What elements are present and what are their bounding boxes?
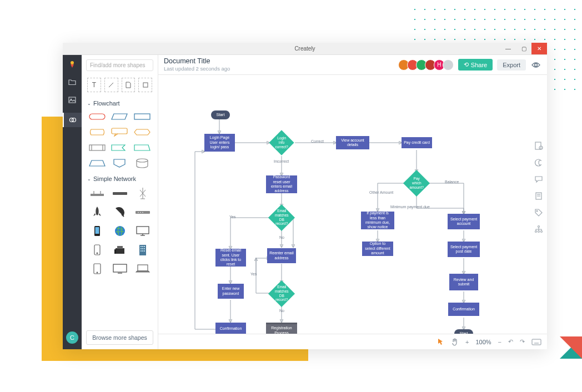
page-tool[interactable]	[122, 78, 136, 92]
net-monitor-icon[interactable]	[133, 223, 152, 239]
node-view-account[interactable]: View account details	[336, 136, 369, 149]
node-select-date[interactable]: Select payment post date	[448, 242, 480, 257]
net-tower-icon[interactable]	[133, 185, 152, 201]
shapes-panel: Find/add more shapes T ⌄Flowchart	[82, 55, 158, 349]
shape-rect[interactable]	[133, 111, 151, 122]
export-button[interactable]: Export	[497, 59, 526, 71]
folder-icon[interactable]	[67, 77, 77, 87]
net-desktop-icon[interactable]	[110, 261, 129, 277]
net-switch-icon[interactable]	[110, 185, 129, 201]
shapes-icon[interactable]	[63, 113, 82, 127]
shape-callout[interactable]	[111, 127, 128, 138]
share-icon: ⟲	[464, 61, 469, 68]
node-if-less[interactable]: If payment is less than minimum due, sho…	[361, 212, 394, 229]
net-laptop-icon[interactable]	[133, 261, 152, 277]
zoom-level[interactable]: 100%	[475, 339, 491, 345]
svg-rect-35	[141, 246, 142, 247]
zoom-in-button[interactable]: +	[465, 339, 469, 345]
shape-terminator[interactable]	[88, 111, 106, 122]
shape-flag[interactable]	[111, 142, 128, 153]
net-phone-icon[interactable]	[87, 223, 107, 239]
node-email-matches[interactable]: Email matches DB record?	[268, 204, 295, 231]
node-enter-pwd[interactable]: Enter new password	[218, 284, 244, 299]
svg-rect-40	[144, 248, 145, 249]
net-tablet-icon[interactable]	[87, 261, 107, 277]
shape-display[interactable]	[88, 127, 106, 138]
logo-icon[interactable]	[67, 59, 77, 69]
node-option-select[interactable]: Option to select different amount	[362, 242, 393, 256]
document-title[interactable]: Document Title	[164, 57, 230, 66]
node-email-matches2[interactable]: Email matches DB record?	[268, 280, 295, 307]
text-tool[interactable]: T	[87, 78, 101, 92]
node-confirmation[interactable]: Confirmation	[215, 323, 246, 335]
net-rocket-icon[interactable]	[87, 204, 107, 220]
shape-subroutine[interactable]	[88, 142, 106, 153]
node-select-acct[interactable]: Select payment account	[448, 214, 480, 229]
net-router-icon[interactable]	[87, 185, 107, 201]
close-button[interactable]: ✕	[531, 43, 547, 54]
browse-shapes-button[interactable]: Browse more shapes	[86, 330, 153, 345]
label-yes2: Yes	[250, 272, 257, 276]
collaborator-avatars[interactable]: H	[400, 59, 454, 71]
image-icon[interactable]	[67, 95, 77, 105]
svg-point-74	[536, 210, 538, 212]
undo-button[interactable]: ↶	[508, 338, 513, 345]
flowchart-section-header[interactable]: ⌄Flowchart	[82, 97, 158, 108]
right-rail	[530, 75, 547, 334]
node-reenter-email[interactable]: Reenter email address	[267, 248, 296, 263]
comment-icon[interactable]	[534, 175, 543, 184]
node-reset-sent[interactable]: Reset email sent. User clicks link to re…	[215, 249, 246, 267]
settings-icon[interactable]	[534, 142, 543, 150]
svg-rect-46	[113, 264, 127, 272]
net-fax-icon[interactable]	[110, 242, 129, 258]
shape-hex[interactable]	[133, 127, 151, 138]
svg-point-45	[97, 272, 98, 273]
theme-icon[interactable]	[534, 158, 543, 167]
svg-point-25	[115, 226, 125, 236]
node-login-page[interactable]: Login Page User enters login/ pass	[204, 134, 235, 152]
svg-rect-48	[138, 265, 148, 271]
node-pay-which[interactable]: Pay which amount?	[403, 170, 430, 197]
svg-rect-36	[142, 246, 143, 247]
svg-rect-26	[137, 227, 149, 234]
redo-button[interactable]: ↷	[520, 338, 525, 345]
user-avatar[interactable]: C	[66, 331, 78, 344]
line-tool[interactable]	[104, 78, 118, 92]
label-correct: Correct	[311, 139, 324, 143]
network-section-header[interactable]: ⌄Simple Network	[82, 172, 158, 183]
sitemap-icon[interactable]	[534, 225, 543, 234]
keyboard-icon[interactable]	[531, 339, 541, 345]
net-satellite-icon[interactable]	[110, 204, 129, 220]
notes-icon[interactable]	[534, 192, 543, 200]
canvas[interactable]: Start Login Page User enters login/ pass…	[158, 75, 547, 349]
shape-trapezoid[interactable]	[88, 158, 106, 169]
preview-button[interactable]	[530, 59, 541, 71]
node-review[interactable]: Review and submit	[449, 274, 478, 290]
node-start[interactable]: Start	[211, 110, 230, 119]
minimize-button[interactable]: —	[500, 43, 516, 54]
svg-point-30	[97, 253, 98, 254]
node-login-correct[interactable]: Login info correct?	[269, 130, 294, 155]
search-input[interactable]: Find/add more shapes	[86, 59, 153, 71]
topbar: Document Title Last updated 2 seconds ag…	[158, 55, 547, 75]
net-globe-icon[interactable]	[110, 223, 129, 239]
pointer-tool[interactable]	[437, 338, 444, 345]
node-pwd-reset[interactable]: Password reset user enters email address	[266, 175, 297, 193]
svg-rect-69	[535, 142, 541, 149]
shape-parallelogram[interactable]	[111, 111, 128, 122]
shape-manual[interactable]	[133, 142, 151, 153]
net-mobile-icon[interactable]	[87, 242, 107, 258]
maximize-button[interactable]: ▢	[516, 43, 531, 54]
zoom-out-button[interactable]: −	[498, 339, 501, 345]
svg-line-5	[109, 83, 113, 87]
hand-tool[interactable]	[451, 338, 459, 346]
node-confirmation2[interactable]: Confirmation	[448, 303, 479, 316]
tag-icon[interactable]	[534, 208, 543, 217]
node-pay-card[interactable]: Pay credit card	[402, 137, 432, 148]
net-building-icon[interactable]	[133, 242, 152, 258]
shape-cylinder[interactable]	[133, 158, 151, 169]
net-hub-icon[interactable]	[133, 204, 152, 220]
shape-offpage[interactable]	[111, 158, 128, 169]
share-button[interactable]: ⟲Share	[458, 59, 493, 71]
rect-tool[interactable]	[138, 78, 152, 92]
